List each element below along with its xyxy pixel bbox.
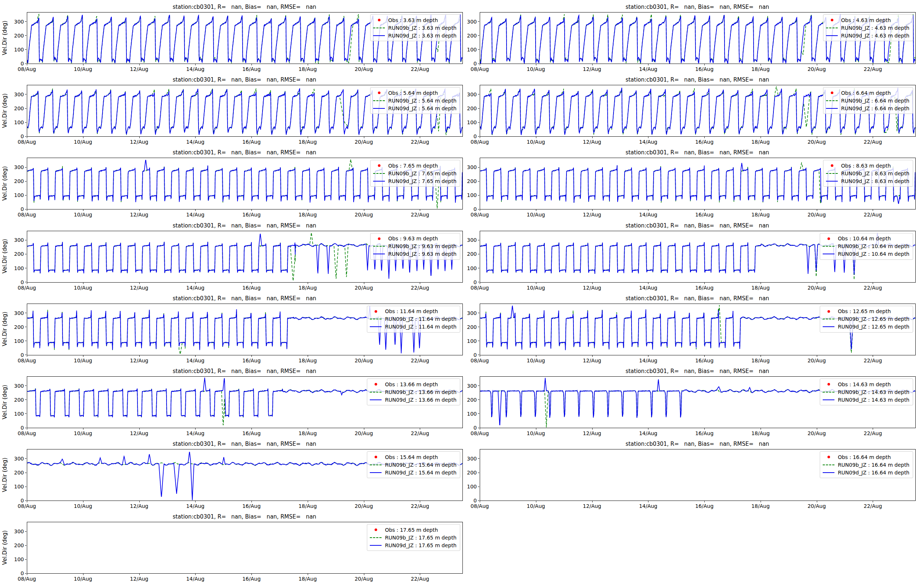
- x-tick-mark: [195, 283, 195, 284]
- panel-title: station:cb0301, R= nan, Bias= nan, RMSE=…: [173, 149, 317, 156]
- legend-item-obs: Obs : 15.64 m depth: [370, 453, 457, 461]
- legend-item-obs: Obs : 5.64 m depth: [373, 89, 457, 97]
- legend: Obs : 13.66 m depth RUN09b_JZ : 13.66 m …: [367, 378, 460, 405]
- legend-label: RUN09d_JZ : 8.63 m depth: [841, 178, 909, 184]
- obs-marker-icon: [373, 235, 385, 242]
- x-tick-mark: [761, 355, 761, 357]
- chart-panel: station:cb0301, R= nan, Bias= nan, RMSE=…: [480, 449, 915, 500]
- legend-item-run09d: RUN09d_JZ : 5.64 m depth: [373, 104, 457, 112]
- x-tick-mark: [252, 428, 252, 430]
- y-axis-label: Vel.Dir (deg): [2, 385, 8, 419]
- x-tick-label: 14/Aug: [639, 212, 657, 218]
- y-tick-label: 300: [14, 92, 24, 97]
- x-tick-label: 10/Aug: [74, 139, 92, 145]
- x-tick-label: 18/Aug: [751, 139, 770, 145]
- x-tick-label: 08/Aug: [470, 430, 489, 436]
- y-tick-mark: [25, 545, 26, 546]
- x-tick-label: 16/Aug: [242, 66, 261, 72]
- x-tick-label: 16/Aug: [242, 212, 261, 218]
- x-tick-label: 16/Aug: [695, 503, 714, 509]
- legend-label: Obs : 7.65 m depth: [388, 163, 438, 169]
- x-tick-mark: [308, 501, 308, 502]
- x-tick-label: 12/Aug: [583, 503, 601, 509]
- x-tick-mark: [536, 501, 536, 502]
- obs-marker-icon: [826, 162, 838, 170]
- x-tick-mark: [308, 137, 308, 138]
- x-tick-label: 22/Aug: [410, 430, 429, 436]
- x-tick-mark: [648, 64, 648, 65]
- legend-label: RUN09d_JZ : 9.63 m depth: [388, 251, 457, 257]
- x-tick-label: 14/Aug: [186, 139, 204, 145]
- x-tick-mark: [536, 355, 536, 357]
- legend-item-run09d: RUN09d_JZ : 15.64 m depth: [370, 468, 457, 476]
- x-tick-mark: [480, 137, 480, 138]
- x-tick-label: 20/Aug: [355, 358, 373, 363]
- panel-title: station:cb0301, R= nan, Bias= nan, RMSE=…: [173, 4, 317, 10]
- x-tick-mark: [704, 283, 705, 284]
- x-tick-label: 14/Aug: [639, 66, 657, 72]
- plot-area: Obs : 7.65 m depth RUN09b_JZ : 7.65 m de…: [27, 158, 463, 210]
- run09d-solid-line-icon: [823, 250, 835, 258]
- y-tick-label: 300: [14, 528, 24, 534]
- y-tick-label: 200: [467, 397, 477, 403]
- y-tick-label: 300: [467, 237, 477, 243]
- legend-item-obs: Obs : 11.64 m depth: [370, 308, 457, 315]
- y-tick-label: 300: [467, 164, 477, 170]
- y-tick-mark: [478, 108, 479, 109]
- x-tick-mark: [83, 501, 84, 502]
- run09d-solid-line-icon: [370, 396, 381, 404]
- y-tick-label: 300: [467, 19, 477, 24]
- x-tick-mark: [873, 64, 873, 65]
- x-tick-label: 14/Aug: [186, 503, 204, 509]
- x-tick-mark: [648, 501, 648, 502]
- y-tick-mark: [478, 399, 479, 400]
- x-tick-mark: [761, 210, 761, 211]
- x-tick-mark: [536, 64, 536, 65]
- y-tick-label: 300: [467, 456, 477, 462]
- x-tick-label: 08/Aug: [470, 212, 489, 218]
- legend-item-run09d: RUN09d_JZ : 6.64 m depth: [826, 104, 909, 112]
- y-axis-label: Vel.Dir (deg): [2, 239, 8, 273]
- x-tick-label: 16/Aug: [695, 430, 714, 436]
- x-tick-label: 10/Aug: [74, 212, 92, 218]
- run09b-dashed-line-icon: [826, 97, 838, 104]
- x-tick-label: 22/Aug: [410, 285, 429, 291]
- obs-marker-icon: [823, 308, 835, 315]
- x-tick-label: 10/Aug: [74, 66, 92, 72]
- plot-area: Obs : 9.63 m depth RUN09b_JZ : 9.63 m de…: [27, 231, 463, 283]
- x-tick-mark: [83, 137, 84, 138]
- legend-label: Obs : 3.63 m depth: [388, 17, 438, 23]
- x-tick-label: 22/Aug: [864, 358, 882, 363]
- plot-area: Obs : 10.64 m depth RUN09b_JZ : 10.64 m …: [480, 231, 916, 283]
- chart-panel: station:cb0301, R= nan, Bias= nan, RMSE=…: [27, 304, 462, 355]
- x-tick-label: 16/Aug: [695, 212, 714, 218]
- legend-label: Obs : 4.63 m depth: [841, 17, 891, 23]
- x-tick-mark: [27, 64, 27, 65]
- x-tick-label: 14/Aug: [639, 285, 657, 291]
- x-tick-mark: [364, 210, 364, 211]
- legend-item-run09b: RUN09b_JZ : 6.64 m depth: [826, 97, 909, 104]
- x-tick-mark: [704, 355, 705, 357]
- x-tick-label: 22/Aug: [410, 503, 429, 509]
- legend-item-obs: Obs : 16.64 m depth: [823, 453, 909, 461]
- x-tick-label: 08/Aug: [470, 358, 489, 363]
- run09d-solid-line-icon: [826, 104, 838, 112]
- run09d-solid-line-icon: [823, 468, 835, 476]
- y-tick-mark: [25, 313, 26, 313]
- legend-item-run09d: RUN09d_JZ : 4.63 m depth: [826, 32, 909, 39]
- legend-item-run09b: RUN09b_JZ : 5.64 m depth: [373, 97, 457, 104]
- legend-item-run09b: RUN09b_JZ : 11.64 m depth: [370, 315, 457, 323]
- x-tick-mark: [252, 573, 252, 575]
- x-tick-mark: [252, 64, 252, 65]
- x-tick-mark: [817, 210, 817, 211]
- x-tick-mark: [139, 501, 140, 502]
- y-tick-label: 200: [14, 543, 24, 548]
- x-tick-mark: [873, 501, 873, 502]
- legend-item-run09b: RUN09b_JZ : 9.63 m depth: [373, 242, 457, 250]
- x-tick-mark: [761, 137, 761, 138]
- y-tick-mark: [25, 386, 26, 386]
- y-axis-label: Vel.Dir (deg): [2, 21, 8, 55]
- legend-label: Obs : 6.64 m depth: [841, 90, 891, 96]
- y-tick-label: 100: [14, 265, 24, 271]
- x-tick-mark: [873, 210, 873, 211]
